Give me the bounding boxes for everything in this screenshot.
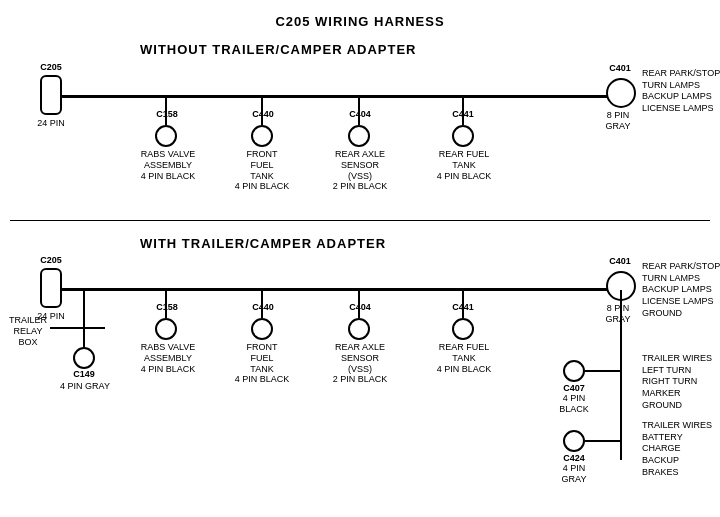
c440-label-1: C440 xyxy=(244,109,282,120)
c407-right-label: TRAILER WIRESLEFT TURNRIGHT TURNMARKERGR… xyxy=(642,353,720,411)
c158-sublabel-1: RABS VALVEASSEMBLY4 PIN BLACK xyxy=(138,149,198,181)
c424-right-label: TRAILER WIRESBATTERY CHARGEBACKUPBRAKES xyxy=(642,420,720,478)
c404-label-1: C404 xyxy=(341,109,379,120)
trailer-relay-label: TRAILERRELAYBOX xyxy=(2,315,54,347)
trailer-relay-hline xyxy=(50,327,105,329)
c424-sublabel: 4 PINGRAY xyxy=(549,463,599,485)
c441-circle-1 xyxy=(452,125,474,147)
c407-circle xyxy=(563,360,585,382)
c441-sublabel-2: REAR FUELTANK4 PIN BLACK xyxy=(434,342,494,374)
section-divider xyxy=(10,220,710,221)
c401-right-label-2: REAR PARK/STOPTURN LAMPSBACKUP LAMPSLICE… xyxy=(642,261,720,319)
c440-circle-2 xyxy=(251,318,273,340)
c205-rect-2 xyxy=(40,268,62,308)
c440-circle-1 xyxy=(251,125,273,147)
page-title: C205 WIRING HARNESS xyxy=(0,6,720,29)
c404-sublabel-1: REAR AXLESENSOR(VSS)2 PIN BLACK xyxy=(330,149,390,192)
c440-sublabel-1: FRONT FUELTANK4 PIN BLACK xyxy=(234,149,290,192)
c407-sublabel: 4 PINBLACK xyxy=(549,393,599,415)
c158-circle-1 xyxy=(155,125,177,147)
right-branch-vline xyxy=(620,290,622,460)
c441-circle-2 xyxy=(452,318,474,340)
c441-label-2: C441 xyxy=(444,302,482,313)
trailer-relay-vline xyxy=(83,288,85,328)
c441-sublabel-1: REAR FUELTANK4 PIN BLACK xyxy=(434,149,494,181)
c205-rect-1 xyxy=(40,75,62,115)
c440-sublabel-2: FRONT FUELTANK4 PIN BLACK xyxy=(234,342,290,385)
c158-label-1: C158 xyxy=(148,109,186,120)
c424-circle xyxy=(563,430,585,452)
c158-label-2: C158 xyxy=(148,302,186,313)
c424-hline xyxy=(585,440,622,442)
c149-sublabel: 4 PIN GRAY xyxy=(58,381,112,392)
c440-label-2: C440 xyxy=(244,302,282,313)
c404-sublabel-2: REAR AXLESENSOR(VSS)2 PIN BLACK xyxy=(330,342,390,385)
c404-label-2: C404 xyxy=(341,302,379,313)
c205-label-1: C205 xyxy=(32,62,70,73)
c401-label-1: C401 xyxy=(600,63,640,74)
c149-circle xyxy=(73,347,95,369)
c401-label-2: C401 xyxy=(600,256,640,267)
c158-circle-2 xyxy=(155,318,177,340)
diagram: C205 WIRING HARNESS WITHOUT TRAILER/CAMP… xyxy=(0,0,720,490)
c205-label-2: C205 xyxy=(32,255,70,266)
main-line-1 xyxy=(62,95,622,98)
c149-vline xyxy=(83,327,85,347)
section1-label: WITHOUT TRAILER/CAMPER ADAPTER xyxy=(140,42,417,57)
c149-label: C149 xyxy=(66,369,102,380)
c401-right-label-1: REAR PARK/STOPTURN LAMPSBACKUP LAMPSLICE… xyxy=(642,68,720,115)
c441-label-1: C441 xyxy=(444,109,482,120)
c404-circle-2 xyxy=(348,318,370,340)
c401-sublabel-2: 8 PINGRAY xyxy=(599,303,637,325)
section2-label: WITH TRAILER/CAMPER ADAPTER xyxy=(140,236,386,251)
c401-circle-1 xyxy=(606,78,636,108)
c404-circle-1 xyxy=(348,125,370,147)
c205-sublabel-1: 24 PIN xyxy=(28,118,74,129)
c158-sublabel-2: RABS VALVEASSEMBLY4 PIN BLACK xyxy=(138,342,198,374)
c407-hline xyxy=(585,370,622,372)
main-line-2 xyxy=(62,288,622,291)
c401-sublabel-1: 8 PINGRAY xyxy=(599,110,637,132)
